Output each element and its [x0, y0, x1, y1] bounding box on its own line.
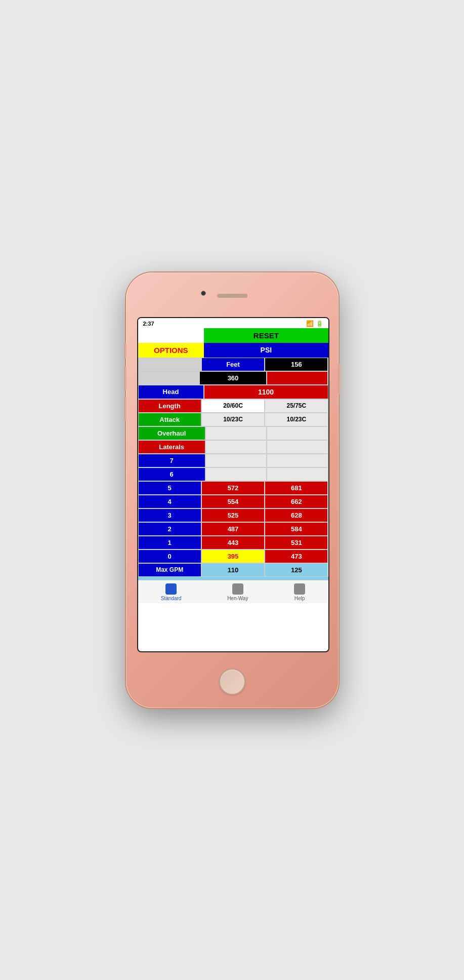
val-0-col2: 473 [265, 550, 328, 563]
options-row: OPTIONS PSI [138, 343, 328, 358]
row-2: 2 487 584 [138, 522, 328, 536]
row-1: 1 443 531 [138, 536, 328, 550]
attack-col2: 10/23C [265, 413, 328, 426]
tab-bar: Standard Hen-Way Help [138, 580, 328, 603]
phone-device: 2:37 📶 🔋 RESET OPTIONS PSI [126, 272, 339, 708]
head-value: 1100 [204, 385, 328, 399]
label-5: 5 [138, 481, 201, 495]
battery-icon: 🔋 [316, 320, 323, 327]
volume-down-button [124, 397, 126, 421]
column-headers: Feet 156 [138, 358, 328, 371]
row-360: 360 [138, 371, 328, 385]
label-3: 3 [138, 508, 201, 522]
value-360: 360 [199, 371, 267, 385]
tab-henway-icon [232, 583, 243, 595]
label-0: 0 [138, 550, 201, 563]
row-6: 6 [138, 467, 328, 481]
label-col-header [138, 358, 201, 371]
label-4: 4 [138, 495, 201, 508]
val-2-col2: 584 [265, 522, 328, 536]
row-length: Length 20/60C 25/75C [138, 399, 328, 413]
maxgpm-col1: 110 [201, 563, 265, 577]
overhaul-label: Overhaul [138, 426, 205, 440]
val-4-col2: 662 [265, 495, 328, 508]
tab-standard-icon [165, 583, 177, 595]
screen: 2:37 📶 🔋 RESET OPTIONS PSI [137, 317, 329, 652]
val-3-col2: 628 [265, 508, 328, 522]
row-0: 0 395 473 [138, 550, 328, 563]
tab-help[interactable]: Help [294, 583, 305, 601]
row-laterals: Laterals [138, 440, 328, 454]
home-button[interactable] [219, 669, 245, 695]
length-label: Length [138, 399, 201, 413]
phone-body: 2:37 📶 🔋 RESET OPTIONS PSI [126, 272, 339, 708]
val-5-col1: 572 [201, 481, 265, 495]
psi-header: PSI [204, 343, 328, 358]
val-5-col2: 681 [265, 481, 328, 495]
feet-header: Feet [201, 358, 265, 371]
laterals-label: Laterals [138, 440, 205, 454]
row-3: 3 525 628 [138, 508, 328, 522]
value-156: 156 [265, 358, 328, 371]
maxgpm-col2: 125 [265, 563, 328, 577]
maxgpm-label: Max GPM [138, 563, 201, 577]
val-3-col1: 525 [201, 508, 265, 522]
options-button[interactable]: OPTIONS [138, 343, 204, 358]
val-0-col1: 395 [201, 550, 265, 563]
label-1: 1 [138, 536, 201, 550]
attack-col1: 10/23C [201, 413, 265, 426]
val-4-col1: 554 [201, 495, 265, 508]
val-1-col1: 443 [201, 536, 265, 550]
length-col1: 20/60C [201, 399, 265, 413]
volume-up-button [124, 366, 126, 390]
status-bar: 2:37 📶 🔋 [138, 318, 328, 328]
val-1-col2: 531 [265, 536, 328, 550]
wifi-icon: 📶 [306, 320, 314, 327]
tab-standard-label: Standard [161, 596, 182, 601]
time-cell [138, 328, 204, 343]
row-4: 4 554 662 [138, 495, 328, 508]
row-head: Head 1100 [138, 385, 328, 399]
power-button [338, 364, 341, 394]
row-7: 7 [138, 454, 328, 467]
time-display: 2:37 [143, 321, 154, 327]
tab-henway[interactable]: Hen-Way [227, 583, 248, 601]
mute-button [124, 343, 126, 359]
tab-help-label: Help [294, 596, 305, 601]
head-label: Head [138, 385, 204, 399]
app-content: 2:37 📶 🔋 RESET OPTIONS PSI [138, 318, 328, 651]
status-icons: 📶 🔋 [306, 320, 323, 327]
tab-standard[interactable]: Standard [161, 583, 182, 601]
speaker [217, 294, 247, 298]
header-row: RESET [138, 328, 328, 343]
length-col2: 25/75C [265, 399, 328, 413]
val-2-col1: 487 [201, 522, 265, 536]
camera [201, 291, 206, 296]
row-overhaul: Overhaul [138, 426, 328, 440]
row-maxgpm: Max GPM 110 125 [138, 563, 328, 577]
tab-henway-label: Hen-Way [227, 596, 248, 601]
row-attack: Attack 10/23C 10/23C [138, 413, 328, 426]
reset-button[interactable]: RESET [204, 328, 328, 343]
label-6: 6 [138, 467, 205, 481]
attack-label: Attack [138, 413, 201, 426]
tab-help-icon [294, 583, 305, 595]
label-7: 7 [138, 454, 205, 467]
label-2: 2 [138, 522, 201, 536]
row-5: 5 572 681 [138, 481, 328, 495]
